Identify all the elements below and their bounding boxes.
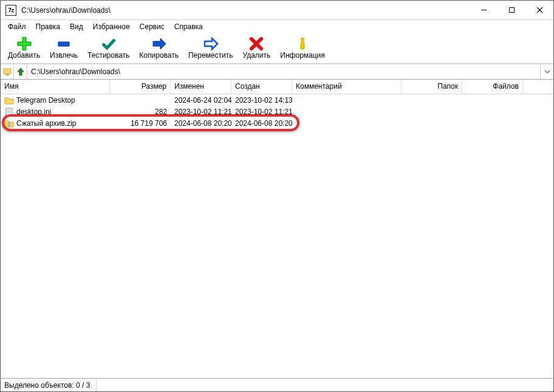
menu-help[interactable]: Справка — [169, 21, 208, 32]
toolbar: Добавить Извлечь Тестировать Копировать … — [1, 33, 553, 64]
file-icon — [4, 108, 14, 116]
menu-view[interactable]: Вид — [65, 21, 88, 32]
arrow-right-outline-icon — [203, 37, 219, 50]
svg-rect-6 — [301, 42, 304, 49]
svg-rect-8 — [5, 74, 9, 75]
menu-favorites[interactable]: Избранное — [88, 21, 135, 32]
up-button[interactable] — [14, 64, 27, 79]
cell-size: 16 719 706 — [110, 119, 171, 128]
cell-created: 2023-10-02 11:21 — [231, 108, 292, 116]
window-controls — [470, 1, 553, 20]
svg-rect-13 — [9, 122, 10, 127]
app-window: 7z C:\Users\ohrau\Downloads\ Файл Правка… — [0, 0, 554, 392]
minus-icon — [56, 37, 72, 50]
close-button[interactable] — [525, 1, 553, 20]
svg-rect-7 — [4, 69, 11, 74]
info-button[interactable]: Информация — [275, 35, 329, 63]
col-header-name[interactable]: Имя — [1, 80, 110, 94]
col-header-modified[interactable]: Изменен — [171, 80, 231, 94]
extract-button[interactable]: Извлечь — [45, 35, 83, 63]
svg-rect-4 — [58, 42, 69, 46]
file-name: Telegram Desktop — [16, 96, 75, 105]
svg-rect-9 — [6, 108, 12, 115]
info-icon — [295, 37, 310, 50]
plus-icon — [16, 37, 32, 50]
addressbar — [1, 64, 553, 80]
copy-button[interactable]: Копировать — [134, 35, 183, 63]
list-item[interactable]: Сжатый архив.zip 16 719 706 2024-06-08 2… — [1, 117, 553, 129]
maximize-button[interactable] — [498, 1, 525, 20]
menu-file[interactable]: Файл — [3, 21, 31, 32]
arrow-right-icon — [151, 37, 167, 50]
menu-edit[interactable]: Правка — [31, 21, 66, 32]
menu-tools[interactable]: Сервис — [135, 21, 169, 32]
delete-button[interactable]: Удалить — [238, 35, 276, 63]
col-header-folders[interactable]: Папок — [402, 80, 462, 94]
cell-size: 282 — [110, 108, 171, 116]
statusbar: Выделено объектов: 0 / 3 — [1, 378, 553, 391]
list-item[interactable]: desktop.ini 282 2023-10-02 11:21 2023-10… — [1, 106, 553, 117]
move-button[interactable]: Переместить — [183, 35, 238, 63]
col-header-comment[interactable]: Комментарий — [292, 80, 402, 94]
cell-created: 2024-06-08 20:20 — [231, 119, 292, 128]
minimize-button[interactable] — [470, 1, 498, 20]
col-header-size[interactable]: Размер — [110, 80, 171, 94]
svg-point-5 — [301, 38, 304, 41]
file-name: desktop.ini — [16, 108, 51, 116]
column-headers: Имя Размер Изменен Создан Комментарий Па… — [1, 80, 553, 94]
add-button[interactable]: Добавить — [3, 35, 45, 63]
cell-modified: 2023-10-02 11:21 — [171, 108, 231, 116]
check-icon — [101, 37, 117, 50]
x-icon — [248, 37, 264, 50]
list-item[interactable]: Telegram Desktop 2024-06-24 02:04 2023-1… — [1, 94, 553, 106]
cell-created: 2023-10-02 14:13 — [231, 96, 292, 105]
titlebar: 7z C:\Users\ohrau\Downloads\ — [1, 1, 553, 20]
zip-icon — [4, 119, 14, 128]
col-header-created[interactable]: Создан — [231, 80, 292, 94]
address-dropdown[interactable] — [540, 64, 553, 79]
cell-modified: 2024-06-24 02:04 — [171, 96, 231, 105]
file-list[interactable]: Telegram Desktop 2024-06-24 02:04 2023-1… — [1, 94, 553, 378]
status-text: Выделено объектов: 0 / 3 — [4, 379, 97, 391]
cell-modified: 2024-06-08 20:20 — [171, 119, 231, 128]
window-title: C:\Users\ohrau\Downloads\ — [21, 6, 470, 15]
svg-rect-1 — [509, 8, 514, 13]
test-button[interactable]: Тестировать — [83, 35, 134, 63]
address-input[interactable] — [27, 65, 540, 78]
folder-icon — [4, 96, 14, 105]
col-header-files[interactable]: Файлов — [462, 80, 523, 94]
app-icon: 7z — [5, 5, 16, 16]
file-name: Сжатый архив.zip — [16, 119, 77, 128]
computer-icon[interactable] — [1, 64, 14, 79]
menubar: Файл Правка Вид Избранное Сервис Справка — [1, 20, 553, 33]
